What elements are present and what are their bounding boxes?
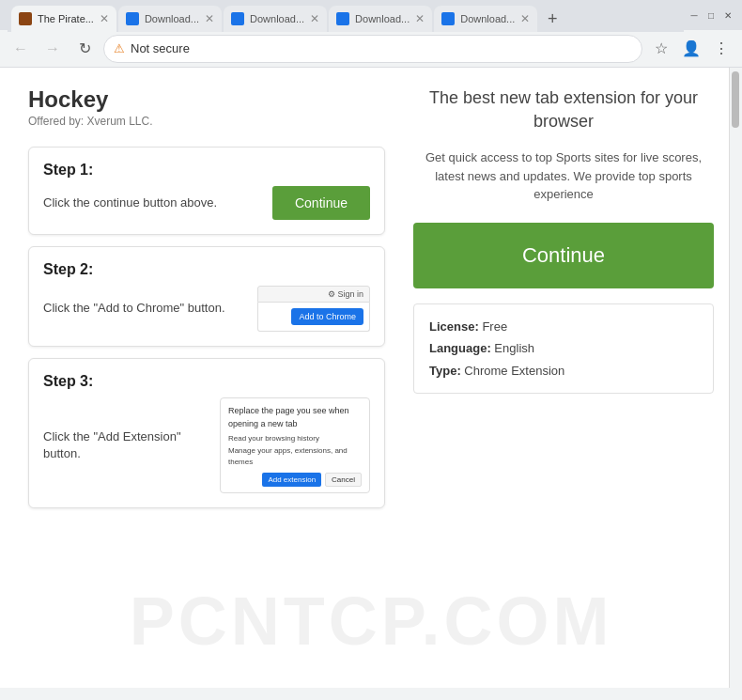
step-3-preview: Replace the page you see when opening a … (220, 397, 370, 493)
profile-icon[interactable]: 👤 (678, 36, 704, 62)
extension-name: Hockey (28, 86, 385, 113)
nav-actions: ☆ 👤 ⋮ (648, 36, 734, 62)
close-button[interactable]: ✕ (721, 8, 734, 22)
info-type-row: Type: Chrome Extension (429, 360, 698, 381)
tab-label-3: Download... (355, 13, 410, 24)
watermark: PCNTCP.COM (130, 583, 613, 660)
menu-icon[interactable]: ⋮ (708, 36, 734, 62)
left-side: Hockey Offered by: Xverum LLC. Step 1: C… (28, 86, 385, 520)
page-inner: Hockey Offered by: Xverum LLC. Step 1: C… (28, 86, 714, 520)
right-tagline: The best new tab extension for your brow… (413, 86, 714, 133)
nav-bar: ← → ↻ ⚠ Not secure ☆ 👤 ⋮ (0, 30, 742, 68)
step-2-text: Click the "Add to Chrome" button. (43, 300, 243, 317)
back-button[interactable]: ← (8, 36, 34, 62)
step-2-chrome-header: ⚙ Sign in (257, 286, 370, 303)
window-controls: ─ □ ✕ (688, 8, 734, 22)
step-1-continue-button[interactable]: Continue (272, 186, 370, 220)
big-continue-button[interactable]: Continue (413, 223, 714, 288)
info-box: License: Free Language: English Type: Ch… (413, 303, 714, 394)
step-3-card: Step 3: Click the "Add Extension" button… (28, 358, 385, 508)
step-1-action: Continue (272, 186, 370, 220)
type-label: Type: (429, 364, 461, 378)
tab-0[interactable]: The Pirate... ✕ (11, 6, 116, 32)
license-value: Free (482, 319, 507, 334)
tab-label-4: Download... (460, 13, 515, 24)
step-3-dialog-buttons: Add extension Cancel (228, 473, 362, 487)
forward-button[interactable]: → (39, 36, 66, 62)
title-bar: The Pirate... ✕ Download... ✕ Download..… (0, 0, 742, 30)
tab-1[interactable]: Download... ✕ (118, 6, 222, 32)
tab-favicon-0 (19, 12, 32, 25)
step-1-body: Click the continue button above. Continu… (43, 186, 370, 220)
step-1-title: Step 1: (43, 162, 370, 179)
sign-in-text: ⚙ Sign in (328, 289, 363, 299)
info-license-row: License: Free (429, 316, 698, 337)
cancel-extension-button[interactable]: Cancel (325, 473, 362, 487)
add-to-chrome-button[interactable]: Add to Chrome (291, 308, 363, 325)
step-3-dialog: Replace the page you see when opening a … (220, 397, 370, 493)
type-value: Chrome Extension (464, 364, 564, 378)
step-3-dialog-line1: Replace the page you see when opening a … (228, 404, 362, 431)
step-3-body: Click the "Add Extension" button. Replac… (43, 397, 370, 493)
tab-label-2: Download... (250, 13, 304, 24)
right-description: Get quick access to top Sports sites for… (413, 148, 714, 204)
step-1-text: Click the continue button above. (43, 194, 258, 211)
step-2-card: Step 2: Click the "Add to Chrome" button… (28, 246, 385, 347)
tab-favicon-3 (336, 12, 349, 25)
step-2-chrome-body: Add to Chrome (257, 303, 370, 332)
tab-label-1: Download... (145, 13, 199, 24)
right-side: The best new tab extension for your brow… (413, 86, 714, 520)
tab-favicon-4 (441, 12, 455, 25)
extension-header: Hockey Offered by: Xverum LLC. (28, 86, 385, 128)
language-value: English (494, 341, 534, 355)
page-body: PCNTCP.COM Hockey Offered by: Xverum LLC… (0, 68, 742, 688)
step-2-title: Step 2: (43, 261, 370, 278)
tab-favicon-1 (126, 12, 139, 25)
content-area: PCNTCP.COM Hockey Offered by: Xverum LLC… (0, 68, 742, 688)
step-1-card: Step 1: Click the continue button above.… (28, 147, 385, 235)
tab-close-4[interactable]: ✕ (520, 12, 530, 25)
tabs-bar: The Pirate... ✕ Download... ✕ Download..… (8, 0, 684, 32)
tab-close-1[interactable]: ✕ (205, 12, 214, 25)
tab-close-2[interactable]: ✕ (310, 12, 319, 25)
tab-2[interactable]: Download... ✕ (224, 6, 327, 32)
tab-label-0: The Pirate... (38, 13, 94, 24)
scrollbar-thumb[interactable] (732, 71, 739, 128)
refresh-button[interactable]: ↻ (71, 36, 98, 62)
language-label: Language: (429, 341, 491, 355)
bookmark-star-icon[interactable]: ☆ (648, 36, 674, 62)
browser-window: The Pirate... ✕ Download... ✕ Download..… (0, 0, 742, 688)
tab-close-3[interactable]: ✕ (415, 12, 425, 25)
step-3-text: Click the "Add Extension" button. (43, 428, 206, 462)
new-tab-button[interactable]: + (539, 6, 565, 32)
minimize-button[interactable]: ─ (688, 8, 701, 22)
step-3-dialog-line3: Manage your apps, extensions, and themes (228, 445, 362, 470)
tab-close-0[interactable]: ✕ (100, 12, 109, 25)
scrollbar[interactable] (729, 68, 742, 688)
step-3-dialog-line2: Read your browsing history (228, 433, 362, 445)
not-secure-icon: ⚠ (114, 41, 125, 55)
address-text: Not secure (131, 41, 190, 55)
tab-3[interactable]: Download... ✕ (329, 6, 432, 32)
info-language-row: Language: English (429, 337, 698, 359)
tab-4[interactable]: Download... ✕ (434, 6, 537, 32)
maximize-button[interactable]: □ (704, 8, 718, 22)
extension-offered-by: Offered by: Xverum LLC. (28, 115, 385, 128)
step-2-body: Click the "Add to Chrome" button. ⚙ Sign… (43, 286, 370, 332)
add-extension-button[interactable]: Add extension (262, 473, 321, 487)
license-label: License: (429, 319, 479, 334)
address-bar[interactable]: ⚠ Not secure (103, 35, 642, 63)
step-2-preview: ⚙ Sign in Add to Chrome (257, 286, 370, 332)
step-3-title: Step 3: (43, 373, 370, 390)
tab-favicon-2 (231, 12, 244, 25)
